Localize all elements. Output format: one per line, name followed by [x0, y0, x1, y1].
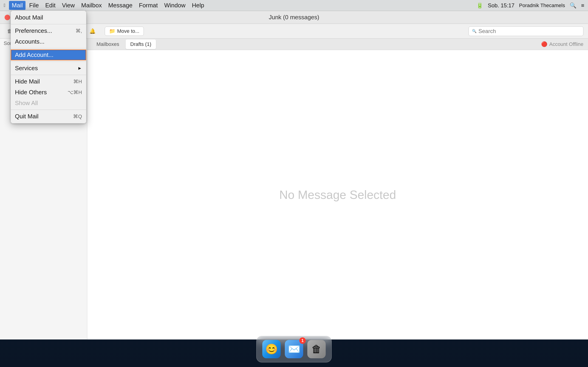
menu-arrow-services: ►	[78, 66, 82, 71]
move-to-icon: 📁	[109, 28, 115, 34]
menu-item-hide-others[interactable]: Hide Others ⌥⌘H	[11, 87, 86, 98]
toolbar: 🗑 📦 ↩ ↩↩ ↪ 🚩 🔔 📁 Move to... 🔍	[0, 24, 588, 39]
menubar:  Mail File Edit View Mailbox Message Fo…	[0, 0, 588, 11]
dock-item-trash[interactable]: 🗑	[306, 339, 327, 359]
menu-item-hide-mail[interactable]: Hide Mail ⌘H	[11, 76, 86, 87]
menu-label-services: Services	[15, 65, 38, 72]
notification-button[interactable]: 🔔	[87, 26, 97, 36]
move-to-label: Move to...	[117, 28, 139, 34]
menubar-clock: Sob. 15:17	[488, 2, 515, 9]
menubar-mailbox[interactable]: Mailbox	[78, 1, 105, 10]
titlebar: Junk (0 messages)	[0, 11, 588, 24]
menu-label-quit-mail: Quit Mail	[15, 113, 39, 120]
menubar-user: Poradnik Thecamels	[519, 2, 565, 8]
dock: ✉️ 1 🗑	[256, 336, 332, 362]
account-offline-label: Account Offline	[549, 41, 583, 47]
menubar-mail[interactable]: Mail	[9, 1, 26, 10]
menu-shortcut-hide-mail: ⌘H	[73, 79, 82, 85]
account-offline-status: 🔴 Account Offline	[541, 41, 583, 47]
menu-shortcut-preferences: ⌘,	[76, 28, 82, 34]
menubar-items: Mail File Edit View Mailbox Message Form…	[9, 1, 476, 10]
menu-label-accounts: Accounts...	[15, 38, 44, 45]
account-offline-icon: 🔴	[541, 41, 547, 47]
menubar-file[interactable]: File	[26, 1, 42, 10]
trash-dock-icon: 🗑	[307, 340, 326, 358]
menubar-message[interactable]: Message	[105, 1, 135, 10]
menubar-help[interactable]: Help	[189, 1, 207, 10]
search-input[interactable]	[478, 28, 580, 34]
dropdown-menu: About Mail Preferences... ⌘, Accounts...…	[10, 10, 86, 123]
close-button[interactable]	[5, 15, 10, 20]
menu-shortcut-hide-others: ⌥⌘H	[68, 90, 82, 95]
tab-mailboxes[interactable]: Mailboxes	[92, 40, 124, 49]
menu-separator-5	[11, 110, 86, 110]
menu-item-add-account[interactable]: Add Account...	[11, 50, 86, 60]
search-icon[interactable]: 🔍	[570, 2, 577, 9]
menu-separator-1	[11, 24, 86, 24]
menu-item-services[interactable]: Services ►	[11, 63, 86, 74]
menu-separator-3	[11, 61, 86, 62]
menubar-format[interactable]: Format	[136, 1, 161, 10]
tabs-bar: Mailboxes Drafts (1) 🔴 Account Offline	[87, 39, 588, 50]
menu-shortcut-quit-mail: ⌘Q	[73, 114, 82, 119]
control-center-icon[interactable]: ≡	[581, 2, 584, 9]
mail-badge: 1	[299, 337, 306, 344]
menu-item-quit-mail[interactable]: Quit Mail ⌘Q	[11, 111, 86, 122]
window-title: Junk (0 messages)	[269, 14, 319, 21]
menu-item-show-all: Show All	[11, 98, 86, 108]
menu-label-hide-mail: Hide Mail	[15, 78, 40, 85]
battery-icon: 🔋	[476, 2, 483, 9]
move-to-button[interactable]: 📁 Move to...	[105, 27, 144, 36]
menubar-view[interactable]: View	[59, 1, 78, 10]
tab-drafts[interactable]: Drafts (1)	[126, 40, 156, 49]
menubar-right: 🔋 Sob. 15:17 Poradnik Thecamels 🔍 ≡	[476, 2, 584, 9]
menu-label-show-all: Show All	[15, 100, 38, 107]
menu-label-about-mail: About Mail	[15, 14, 43, 21]
menu-item-preferences[interactable]: Preferences... ⌘,	[11, 25, 86, 36]
finder-icon	[262, 340, 281, 358]
dock-item-finder[interactable]	[261, 339, 282, 359]
apple-menu-icon[interactable]: 	[4, 3, 5, 8]
menu-item-about-mail[interactable]: About Mail	[11, 12, 86, 23]
search-bar[interactable]: 🔍	[468, 26, 583, 36]
menu-label-preferences: Preferences...	[15, 27, 52, 34]
search-icon: 🔍	[472, 29, 477, 33]
menu-separator-4	[11, 75, 86, 75]
no-message-label: No Message Selected	[279, 188, 396, 202]
menubar-window[interactable]: Window	[162, 1, 188, 10]
menubar-edit[interactable]: Edit	[43, 1, 58, 10]
menu-separator-2	[11, 48, 86, 48]
menu-label-add-account: Add Account...	[15, 51, 53, 58]
dock-item-mail[interactable]: ✉️ 1	[284, 339, 304, 359]
main-content: No Message Selected	[87, 50, 588, 340]
menu-label-hide-others: Hide Others	[15, 89, 47, 96]
menu-item-accounts[interactable]: Accounts...	[11, 36, 86, 47]
